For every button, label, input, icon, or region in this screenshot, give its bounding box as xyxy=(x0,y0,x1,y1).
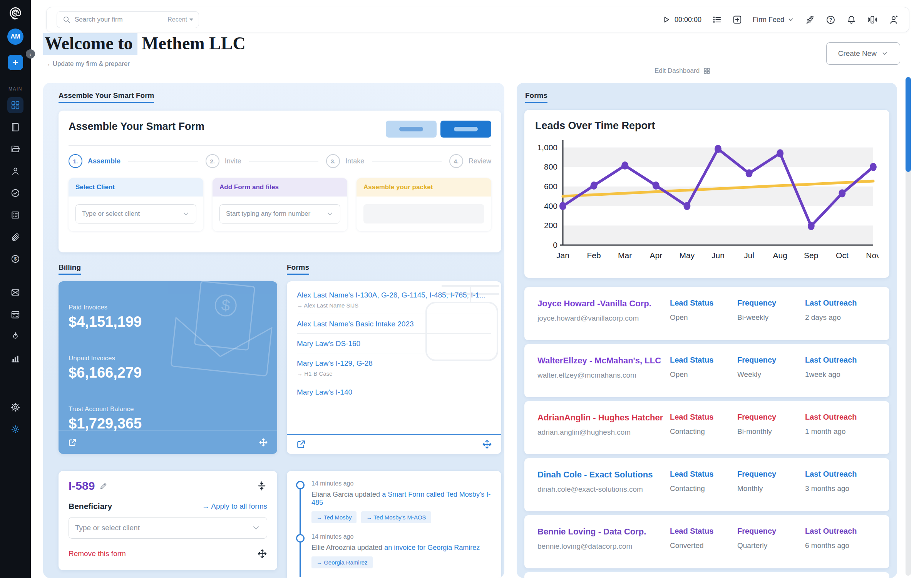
lead-status-header[interactable]: Lead Status xyxy=(670,413,713,422)
rocket-icon[interactable] xyxy=(805,15,815,25)
sidebar-item-documents[interactable] xyxy=(7,229,23,245)
activity-link[interactable]: an invoice for Georgia Ramirez xyxy=(384,544,480,551)
sidebar-item-reports[interactable] xyxy=(7,350,23,366)
lead-card[interactable]: Dinah Cole - Exact Solutions dinah.cole@… xyxy=(524,458,889,511)
lead-status-header[interactable]: Lead Status xyxy=(670,527,713,536)
smart-form-primary-button[interactable] xyxy=(440,121,491,138)
lead-status-header[interactable]: Lead Status xyxy=(670,356,713,365)
move-widget-icon[interactable] xyxy=(257,549,267,559)
sidebar-collapse-button[interactable]: ‹ xyxy=(26,49,35,59)
firm-feed-dropdown[interactable]: Firm Feed xyxy=(753,16,794,24)
form-link-item[interactable]: Alex Last Name's Basic Intake 2023 xyxy=(297,314,491,334)
sidebar-item-activity[interactable] xyxy=(7,328,23,344)
move-widget-icon[interactable] xyxy=(259,438,268,447)
last-outreach-header[interactable]: Last Outreach xyxy=(805,413,857,422)
timer-button[interactable]: 00:00:00 xyxy=(661,15,701,24)
frequency-header[interactable]: Frequency xyxy=(737,413,776,422)
frequency-header[interactable]: Frequency xyxy=(737,299,776,307)
lead-name[interactable]: WalterEllzey - McMahan's, LLC xyxy=(537,356,661,366)
beneficiary-select[interactable]: Type or select client xyxy=(69,517,267,539)
lead-status-header[interactable]: Lead Status xyxy=(670,470,713,479)
task-list-icon[interactable] xyxy=(712,15,722,25)
form-link-title: Mary Law's I-140 xyxy=(297,388,491,397)
sidebar-item-tasks[interactable] xyxy=(7,185,23,201)
frequency-header[interactable]: Frequency xyxy=(737,527,776,536)
topbar: Search your firm Recent 00:00:00 Firm Fe… xyxy=(46,7,909,32)
step-number: 2. xyxy=(206,154,219,168)
activity-tag[interactable]: → Ted Mosby's M-AOS xyxy=(361,511,431,523)
frequency-header[interactable]: Frequency xyxy=(737,470,776,479)
move-widget-icon[interactable] xyxy=(482,439,492,449)
lead-card[interactable]: AdrianAnglin - Hughes Hatcher adrian.ang… xyxy=(524,401,889,454)
last-outreach-header[interactable]: Last Outreach xyxy=(805,356,857,365)
sidebar-item-dashboard[interactable] xyxy=(7,97,23,113)
lead-name[interactable]: Dinah Cole - Exact Solutions xyxy=(537,470,653,480)
edit-dashboard-button[interactable]: Edit Dashboard xyxy=(654,67,711,75)
phone-ring-icon[interactable] xyxy=(867,14,878,25)
lead-email: bennie.loving@datacorp.com xyxy=(537,542,632,551)
external-link-icon[interactable] xyxy=(68,438,77,447)
notifications-bell-icon[interactable] xyxy=(846,15,857,25)
collapse-icon[interactable] xyxy=(256,481,267,491)
update-firm-link[interactable]: → Update my firm & preparer xyxy=(44,60,130,68)
lead-name[interactable]: Joyce Howard -Vanilla Corp. xyxy=(537,299,651,309)
step-assemble[interactable]: 1. Assemble xyxy=(69,154,121,168)
add-new-button[interactable]: + xyxy=(8,55,23,70)
external-link-icon[interactable] xyxy=(296,439,306,449)
step-review[interactable]: 4. Review xyxy=(449,154,491,168)
smart-form-secondary-button[interactable] xyxy=(386,121,437,138)
smart-form-section-title[interactable]: Assemble Your Smart Form xyxy=(59,91,154,103)
sidebar-nav: $ xyxy=(7,97,23,437)
search-input[interactable]: Search your firm Recent xyxy=(57,11,199,28)
sidebar-item-billing[interactable]: $ xyxy=(7,251,23,267)
lead-name[interactable]: AdrianAnglin - Hughes Hatcher xyxy=(537,413,663,423)
sidebar-item-calendar[interactable] xyxy=(7,306,23,323)
sidebar-item-clients[interactable] xyxy=(7,163,23,179)
apply-to-all-forms-link[interactable]: → Apply to all forms xyxy=(202,502,267,511)
lead-card[interactable]: Joyce Howard -Vanilla Corp. joyce.howard… xyxy=(524,287,889,340)
help-icon[interactable]: ? xyxy=(825,15,836,25)
frequency-header[interactable]: Frequency xyxy=(737,356,776,365)
edit-pencil-icon[interactable] xyxy=(99,482,108,490)
activity-tag[interactable]: → Georgia Ramirez xyxy=(311,556,373,568)
smart-form-stepper: 1. Assemble 2. Invite 3. Intake 4. Revie… xyxy=(69,154,491,168)
form-number-select[interactable]: Start typing any form number xyxy=(219,204,340,223)
form-link-item[interactable]: Mary Law's I-140 xyxy=(297,382,491,402)
last-outreach-header[interactable]: Last Outreach xyxy=(805,527,857,536)
create-new-button[interactable]: Create New xyxy=(826,42,900,65)
app-logo-icon[interactable] xyxy=(8,5,23,20)
sidebar-item-mail[interactable] xyxy=(7,284,23,301)
form-link-item[interactable]: Mary Law's I-129, G-28 → H1-B Case xyxy=(297,353,491,382)
step-intake[interactable]: 3. Intake xyxy=(326,154,364,168)
billing-section-title[interactable]: Billing xyxy=(59,263,81,275)
user-profile-icon[interactable] xyxy=(888,14,899,25)
form-link-item[interactable]: Mary Law's DS-160 xyxy=(297,334,491,353)
activity-tag[interactable]: → Ted Mosby xyxy=(311,511,357,523)
sidebar: AM + MAIN xyxy=(0,0,31,578)
lead-card[interactable]: Bennie Loving - Data Corp. bennie.loving… xyxy=(524,515,889,568)
client-select[interactable]: Type or select client xyxy=(75,204,196,223)
last-outreach-header[interactable]: Last Outreach xyxy=(805,470,857,479)
sidebar-item-book[interactable] xyxy=(7,119,23,135)
add-box-icon[interactable] xyxy=(732,15,742,25)
lead-name[interactable]: Bennie Loving - Data Corp. xyxy=(537,527,646,537)
scrollbar-track[interactable] xyxy=(906,77,911,576)
avatar[interactable]: AM xyxy=(7,29,23,45)
sidebar-item-matters[interactable] xyxy=(7,141,23,157)
sidebar-item-theme[interactable] xyxy=(7,421,23,437)
trust-balance-stat: Trust Account Balance $1,729,365 xyxy=(69,405,142,432)
lead-status-header[interactable]: Lead Status xyxy=(670,299,713,307)
step-invite[interactable]: 2. Invite xyxy=(206,154,241,168)
forms-section-title[interactable]: Forms xyxy=(287,263,309,275)
recent-dropdown[interactable]: Recent xyxy=(167,16,193,23)
leads-section-title[interactable]: Forms xyxy=(525,91,547,103)
form-link-item[interactable]: Alex Last Name's I-130A, G-28, G-1145, I… xyxy=(297,285,491,314)
scrollbar-thumb[interactable] xyxy=(906,77,911,172)
sidebar-item-smart-forms[interactable] xyxy=(7,207,23,223)
lead-card[interactable]: WalterEllzey - McMahan's, LLC walter.ell… xyxy=(524,344,889,397)
last-outreach-header[interactable]: Last Outreach xyxy=(805,299,857,307)
remove-form-link[interactable]: Remove this form xyxy=(69,549,126,558)
sidebar-item-settings[interactable] xyxy=(7,399,23,415)
timeline-dot xyxy=(296,481,305,489)
select-placeholder: Type or select client xyxy=(75,524,140,532)
